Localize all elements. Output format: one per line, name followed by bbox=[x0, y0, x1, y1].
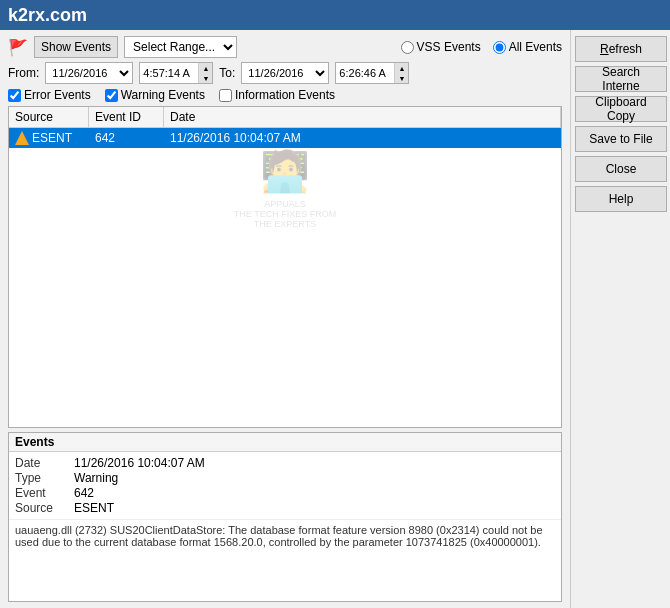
information-events-label: Information Events bbox=[235, 88, 335, 102]
from-time-spinners: ▲ ▼ bbox=[198, 63, 212, 83]
error-events-checkbox-label[interactable]: Error Events bbox=[8, 88, 91, 102]
to-time-down-button[interactable]: ▼ bbox=[395, 73, 408, 83]
close-button[interactable]: Close bbox=[575, 156, 667, 182]
left-panel: 🚩 Show Events Select Range... VSS Events… bbox=[0, 30, 570, 608]
help-button[interactable]: Help bbox=[575, 186, 667, 212]
details-title: Events bbox=[9, 433, 561, 452]
all-events-radio-label[interactable]: All Events bbox=[493, 40, 562, 54]
flag-icon: 🚩 bbox=[8, 38, 28, 57]
date-row: From: 11/26/2016 ▲ ▼ To: 11/26/2016 ▲ ▼ bbox=[8, 62, 562, 84]
detail-val-source: ESENT bbox=[74, 501, 555, 515]
warning-icon bbox=[15, 131, 29, 145]
vss-events-label: VSS Events bbox=[417, 40, 481, 54]
th-date: Date bbox=[164, 107, 561, 127]
table-body: ESENT 642 11/26/2016 10:04:07 AM 🧑‍💻 APP… bbox=[9, 128, 561, 427]
show-events-button[interactable]: Show Events bbox=[34, 36, 118, 58]
show-events-label: Show Events bbox=[41, 40, 111, 54]
watermark-text: k2rx.com bbox=[8, 5, 87, 26]
search-internet-label: Search Interne bbox=[582, 65, 660, 93]
th-event-id: Event ID bbox=[89, 107, 164, 127]
warning-events-checkbox[interactable] bbox=[105, 89, 118, 102]
save-to-file-button[interactable]: Save to File bbox=[575, 126, 667, 152]
right-panel: Refresh Search Interne Clipboard Copy Sa… bbox=[570, 30, 670, 608]
from-time-down-button[interactable]: ▼ bbox=[199, 73, 212, 83]
to-date-select[interactable]: 11/26/2016 bbox=[241, 62, 329, 84]
detail-key-type: Type bbox=[15, 471, 70, 485]
watermark-area: 🧑‍💻 APPUALSTHE TECH FIXES FROMTHE EXPERT… bbox=[9, 148, 561, 229]
table-row[interactable]: ESENT 642 11/26/2016 10:04:07 AM bbox=[9, 128, 561, 148]
refresh-button[interactable]: Refresh bbox=[575, 36, 667, 62]
td-source: ESENT bbox=[9, 128, 89, 148]
select-range-dropdown[interactable]: Select Range... bbox=[124, 36, 237, 58]
table-header: Source Event ID Date bbox=[9, 107, 561, 128]
error-events-label: Error Events bbox=[24, 88, 91, 102]
information-events-checkbox[interactable] bbox=[219, 89, 232, 102]
td-date: 11/26/2016 10:04:07 AM bbox=[164, 128, 561, 148]
details-panel: Events Date 11/26/2016 10:04:07 AM Type … bbox=[8, 432, 562, 602]
warning-events-checkbox-label[interactable]: Warning Events bbox=[105, 88, 205, 102]
toolbar-row: 🚩 Show Events Select Range... VSS Events… bbox=[8, 36, 562, 58]
clipboard-copy-label: Clipboard Copy bbox=[582, 95, 660, 123]
details-fields: Date 11/26/2016 10:04:07 AM Type Warning… bbox=[9, 452, 561, 519]
watermark-bar: k2rx.com bbox=[0, 0, 670, 30]
from-time-up-button[interactable]: ▲ bbox=[199, 63, 212, 73]
vss-events-radio-label[interactable]: VSS Events bbox=[401, 40, 481, 54]
detail-val-type: Warning bbox=[74, 471, 555, 485]
to-time-up-button[interactable]: ▲ bbox=[395, 63, 408, 73]
details-description: uauaeng.dll (2732) SUS20ClientDataStore:… bbox=[9, 519, 561, 601]
checkbox-row: Error Events Warning Events Information … bbox=[8, 88, 562, 102]
clipboard-copy-button[interactable]: Clipboard Copy bbox=[575, 96, 667, 122]
to-label: To: bbox=[219, 66, 235, 80]
detail-key-source: Source bbox=[15, 501, 70, 515]
to-time-input-wrap: ▲ ▼ bbox=[335, 62, 409, 84]
close-label: Close bbox=[606, 162, 637, 176]
detail-key-event: Event bbox=[15, 486, 70, 500]
detail-key-date: Date bbox=[15, 456, 70, 470]
to-time-input[interactable] bbox=[336, 63, 394, 83]
detail-val-event: 642 bbox=[74, 486, 555, 500]
from-date-select[interactable]: 11/26/2016 bbox=[45, 62, 133, 84]
from-label: From: bbox=[8, 66, 39, 80]
all-events-label: All Events bbox=[509, 40, 562, 54]
error-events-checkbox[interactable] bbox=[8, 89, 21, 102]
td-event-id: 642 bbox=[89, 128, 164, 148]
event-type-radio-group: VSS Events All Events bbox=[401, 40, 562, 54]
save-to-file-label: Save to File bbox=[589, 132, 652, 146]
vss-events-radio[interactable] bbox=[401, 41, 414, 54]
to-time-spinners: ▲ ▼ bbox=[394, 63, 408, 83]
th-source: Source bbox=[9, 107, 89, 127]
detail-val-date: 11/26/2016 10:04:07 AM bbox=[74, 456, 555, 470]
from-time-input[interactable] bbox=[140, 63, 198, 83]
help-label: Help bbox=[609, 192, 634, 206]
warning-events-label: Warning Events bbox=[121, 88, 205, 102]
refresh-label: Refresh bbox=[600, 42, 642, 56]
source-value: ESENT bbox=[32, 131, 72, 145]
all-events-radio[interactable] bbox=[493, 41, 506, 54]
events-table-container: Source Event ID Date ESENT 642 11/26/201… bbox=[8, 106, 562, 428]
information-events-checkbox-label[interactable]: Information Events bbox=[219, 88, 335, 102]
search-internet-button[interactable]: Search Interne bbox=[575, 66, 667, 92]
from-time-input-wrap: ▲ ▼ bbox=[139, 62, 213, 84]
